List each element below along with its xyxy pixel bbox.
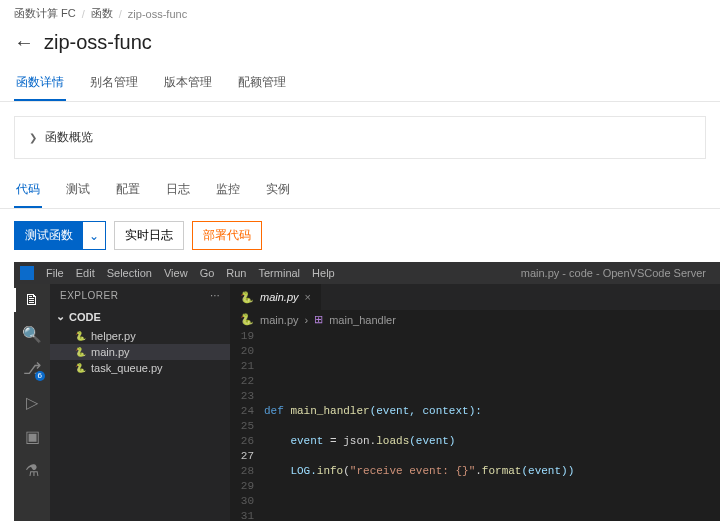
deploy-code-button[interactable]: 部署代码 <box>192 221 262 250</box>
realtime-log-button[interactable]: 实时日志 <box>114 221 184 250</box>
activity-bar: 🗎 🔍 ⎇6 ▷ ▣ ⚗ <box>14 284 50 521</box>
python-file-icon: 🐍 <box>74 330 86 342</box>
line-gutter: 19202122232425262728293031323334353637 <box>230 329 264 521</box>
editor-tab-main[interactable]: 🐍 main.py × <box>230 284 322 310</box>
crumb-symbol: main_handler <box>329 314 396 326</box>
action-bar: 测试函数 ⌄ 实时日志 部署代码 <box>0 209 720 262</box>
breadcrumb-current: zip-oss-func <box>128 8 187 20</box>
python-file-icon: 🐍 <box>74 362 86 374</box>
menu-file[interactable]: File <box>46 267 64 279</box>
file-tree: 🐍helper.py 🐍main.py 🐍task_queue.py <box>50 326 230 378</box>
symbol-method-icon: ⊞ <box>314 313 323 326</box>
function-overview-panel[interactable]: ❯ 函数概览 <box>14 116 706 159</box>
extensions-icon[interactable]: ▣ <box>22 426 42 446</box>
chevron-down-icon: ⌄ <box>56 310 65 323</box>
page-title: zip-oss-func <box>44 31 152 54</box>
search-icon[interactable]: 🔍 <box>22 324 42 344</box>
secondary-tabs: 代码 测试 配置 日志 监控 实例 <box>0 173 720 209</box>
menu-edit[interactable]: Edit <box>76 267 95 279</box>
tab-label: main.py <box>260 291 299 303</box>
breadcrumb-sep: / <box>119 8 122 20</box>
editor-group: 🐍 main.py × 🐍 main.py › ⊞ main_handler 1… <box>230 284 720 521</box>
primary-tabs: 函数详情 别名管理 版本管理 配额管理 <box>0 66 720 102</box>
chevron-right-icon: › <box>305 314 309 326</box>
tab-version-mgmt[interactable]: 版本管理 <box>162 66 214 101</box>
tab-monitor[interactable]: 监控 <box>214 173 242 208</box>
tab-quota-mgmt[interactable]: 配额管理 <box>236 66 288 101</box>
file-task-queue[interactable]: 🐍task_queue.py <box>50 360 230 376</box>
menu-terminal[interactable]: Terminal <box>259 267 301 279</box>
testing-icon[interactable]: ⚗ <box>22 460 42 480</box>
test-function-dropdown[interactable]: ⌄ <box>83 221 106 250</box>
breadcrumb: 函数计算 FC / 函数 / zip-oss-func <box>0 0 720 27</box>
menu-view[interactable]: View <box>164 267 188 279</box>
folder-root-label: CODE <box>69 311 101 323</box>
vscode-menubar: File Edit Selection View Go Run Terminal… <box>14 262 720 284</box>
editor-tabs: 🐍 main.py × <box>230 284 720 310</box>
more-icon[interactable]: ··· <box>210 290 220 301</box>
python-file-icon: 🐍 <box>240 313 254 326</box>
tab-instance[interactable]: 实例 <box>264 173 292 208</box>
breadcrumb-root[interactable]: 函数计算 FC <box>14 6 76 21</box>
tab-alias-mgmt[interactable]: 别名管理 <box>88 66 140 101</box>
code-lines[interactable]: def main_handler(event, context): event … <box>264 329 720 521</box>
breadcrumb-sep: / <box>82 8 85 20</box>
explorer-sidebar: EXPLORER ··· ⌄ CODE 🐍helper.py 🐍main.py … <box>50 284 230 521</box>
menu-selection[interactable]: Selection <box>107 267 152 279</box>
chevron-right-icon: ❯ <box>29 132 37 143</box>
breadcrumb-functions[interactable]: 函数 <box>91 6 113 21</box>
file-label: helper.py <box>91 330 136 342</box>
tab-code[interactable]: 代码 <box>14 173 42 208</box>
python-file-icon: 🐍 <box>240 291 254 304</box>
crumb-file: main.py <box>260 314 299 326</box>
file-helper[interactable]: 🐍helper.py <box>50 328 230 344</box>
source-control-icon[interactable]: ⎇6 <box>22 358 42 378</box>
explorer-label: EXPLORER <box>60 290 118 301</box>
folder-root[interactable]: ⌄ CODE <box>50 307 230 326</box>
git-badge: 6 <box>35 371 45 381</box>
run-debug-icon[interactable]: ▷ <box>22 392 42 412</box>
menu-run[interactable]: Run <box>226 267 246 279</box>
title-row: ← zip-oss-func <box>0 27 720 66</box>
menu-go[interactable]: Go <box>200 267 215 279</box>
explorer-icon[interactable]: 🗎 <box>22 290 42 310</box>
file-label: task_queue.py <box>91 362 163 374</box>
vscode-editor: File Edit Selection View Go Run Terminal… <box>14 262 720 521</box>
file-main[interactable]: 🐍main.py <box>50 344 230 360</box>
test-function-button[interactable]: 测试函数 <box>14 221 83 250</box>
overview-label: 函数概览 <box>45 129 93 146</box>
code-area[interactable]: 19202122232425262728293031323334353637 d… <box>230 329 720 521</box>
breadcrumb-editor[interactable]: 🐍 main.py › ⊞ main_handler <box>230 310 720 329</box>
tab-log[interactable]: 日志 <box>164 173 192 208</box>
python-file-icon: 🐍 <box>74 346 86 358</box>
tab-function-detail[interactable]: 函数详情 <box>14 66 66 101</box>
close-icon[interactable]: × <box>305 291 311 303</box>
vscode-logo-icon <box>20 266 34 280</box>
chevron-down-icon: ⌄ <box>89 229 99 243</box>
window-title: main.py - code - OpenVSCode Server <box>521 267 706 279</box>
menu-help[interactable]: Help <box>312 267 335 279</box>
tab-test[interactable]: 测试 <box>64 173 92 208</box>
file-label: main.py <box>91 346 130 358</box>
tab-config[interactable]: 配置 <box>114 173 142 208</box>
back-arrow-icon[interactable]: ← <box>14 31 34 54</box>
explorer-title: EXPLORER ··· <box>50 284 230 307</box>
test-function-split-button: 测试函数 ⌄ <box>14 221 106 250</box>
